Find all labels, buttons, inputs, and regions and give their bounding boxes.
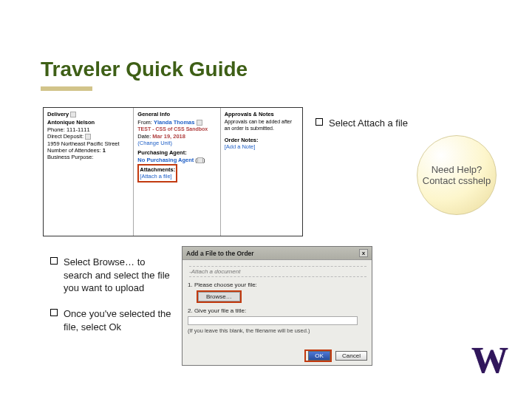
card-icon bbox=[197, 120, 202, 126]
add-note-link[interactable]: [Add a Note] bbox=[225, 143, 299, 150]
add-file-dialog: Add a File to the Order x -Attach a docu… bbox=[182, 246, 372, 366]
title-underline bbox=[41, 86, 92, 91]
dialog-subtitle: -Attach a document bbox=[189, 266, 366, 277]
help-circle: Need Help? Contact csshelp bbox=[417, 135, 497, 215]
filename-hint: (If you leave this blank, the filename w… bbox=[188, 327, 366, 334]
checkbox-icon bbox=[50, 257, 58, 265]
checkbox-icon bbox=[50, 309, 58, 316]
attachments-highlight: Attachments: [Attach a file] bbox=[137, 164, 177, 183]
edit-icon bbox=[197, 157, 203, 163]
order-info-panel: Delivery Antonique Nelson Phone: 111-111… bbox=[43, 107, 303, 236]
instruction-3: Once you've selected the file, select Ok bbox=[50, 307, 174, 333]
cancel-button[interactable]: Cancel bbox=[335, 351, 367, 361]
instruction-1: Select Attach a file bbox=[316, 117, 463, 130]
step-2-label: 2. Give your file a title: bbox=[188, 307, 366, 314]
browse-button[interactable]: Browse… bbox=[198, 292, 240, 301]
uw-logo: W bbox=[471, 338, 505, 381]
checkbox-icon bbox=[316, 118, 323, 126]
instruction-2: Select Browse… to search and select the … bbox=[50, 256, 174, 295]
step-1-label: 1. Please choose your file: bbox=[188, 282, 366, 288]
ok-button[interactable]: OK bbox=[308, 351, 330, 361]
ok-highlight: OK bbox=[304, 349, 332, 362]
page-title: Traveler Quick Guide bbox=[41, 58, 248, 81]
file-title-input[interactable] bbox=[188, 316, 358, 325]
close-button[interactable]: x bbox=[359, 249, 368, 257]
dialog-title: Add a File to the Order bbox=[186, 250, 254, 257]
edit-icon bbox=[70, 112, 76, 117]
change-unit-link[interactable]: (Change Unit) bbox=[137, 140, 216, 146]
browse-highlight: Browse… bbox=[197, 290, 242, 303]
attach-file-link[interactable]: [Attach a file] bbox=[140, 173, 175, 180]
checkbox-icon bbox=[85, 134, 91, 140]
